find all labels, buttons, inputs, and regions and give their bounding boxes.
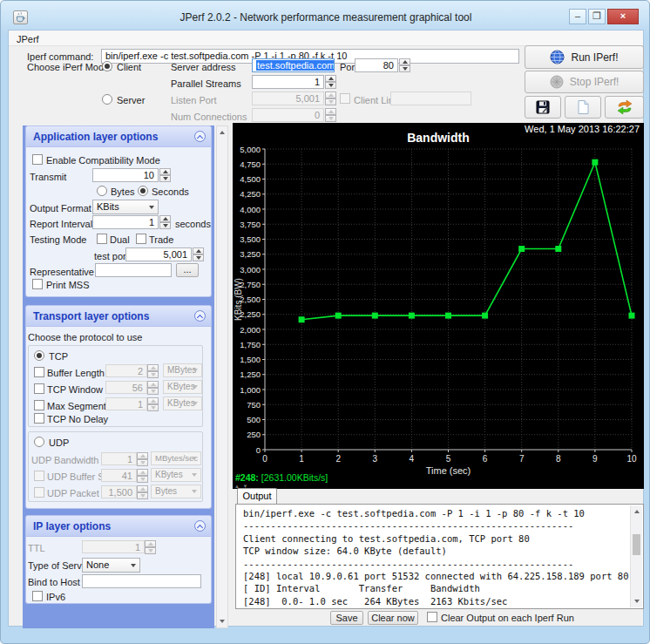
ipv6-label: IPv6: [46, 592, 65, 602]
output-scrollbar[interactable]: [630, 505, 642, 607]
tos-combo[interactable]: None: [82, 558, 140, 573]
spin-down-icon[interactable]: [399, 65, 410, 72]
report-interval-spinner[interactable]: [159, 215, 171, 229]
svg-text:KBits (BW): KBits (BW): [234, 278, 243, 321]
port-spinner[interactable]: [399, 58, 410, 72]
svg-text:Time (sec): Time (sec): [426, 465, 471, 476]
compat-mode-checkbox[interactable]: [32, 154, 43, 165]
spin-down-icon[interactable]: [193, 254, 204, 261]
svg-text:1,250: 1,250: [240, 369, 261, 379]
max-segment-size-spinner: [147, 397, 159, 411]
scroll-up-icon[interactable]: [631, 505, 642, 518]
dual-checkbox[interactable]: [97, 234, 107, 244]
output-text[interactable]: bin/iperf.exe -c test.softpedia.com -P 1…: [243, 507, 621, 607]
buffer-length-unit-combo: MBytes: [163, 363, 202, 377]
scroll-down-icon[interactable]: [631, 595, 642, 607]
bind-to-host-field[interactable]: [82, 574, 201, 588]
save-toolbar-button[interactable]: [525, 96, 561, 119]
representative-file-field[interactable]: [95, 263, 172, 277]
clear-output-label: Clear Output on each Iperf Run: [441, 613, 574, 623]
port-field[interactable]: 80: [355, 58, 398, 72]
output-line: TCP window size: 64.0 KByte (default): [243, 545, 621, 557]
parallel-streams-label: Parallel Streams: [171, 78, 241, 89]
test-port-spinner[interactable]: [193, 247, 204, 261]
spin-down-icon[interactable]: [159, 222, 171, 229]
server-mode-radio[interactable]: [102, 94, 112, 105]
bytes-radio[interactable]: [97, 186, 107, 196]
udp-radio[interactable]: [34, 437, 44, 447]
transport-layer-header: Transport layer options: [26, 306, 211, 327]
scroll-up-icon[interactable]: [217, 126, 227, 139]
spin-up-icon[interactable]: [159, 168, 171, 175]
tab-output[interactable]: Output: [237, 488, 277, 505]
scroll-down-icon[interactable]: [217, 615, 227, 627]
udp-buffer-size-checkbox: [34, 471, 44, 481]
tcp-label: TCP: [49, 351, 68, 362]
parallel-streams-spinner[interactable]: [325, 75, 336, 89]
parallel-streams-field[interactable]: 1: [252, 75, 324, 89]
max-segment-size-checkbox[interactable]: [34, 400, 44, 410]
udp-packet-size-spinner: [137, 485, 148, 499]
tcp-radio[interactable]: [34, 350, 44, 361]
maximize-button[interactable]: ❐: [588, 9, 606, 24]
run-iperf-button[interactable]: Run IPerf!: [525, 45, 644, 69]
collapse-panel-icon[interactable]: [194, 520, 206, 532]
udp-buffer-size-spinner: [137, 469, 148, 483]
seconds-label: Seconds: [152, 186, 189, 197]
spin-up-icon[interactable]: [159, 215, 171, 222]
svg-text:2: 2: [335, 454, 341, 464]
svg-text:4,250: 4,250: [240, 189, 261, 199]
print-mss-checkbox[interactable]: [32, 279, 43, 289]
trade-checkbox[interactable]: [136, 234, 146, 244]
svg-text:4: 4: [410, 454, 415, 464]
blank-document-icon: [576, 99, 590, 115]
iperf-command-label: Iperf command:: [27, 51, 93, 62]
svg-text:1,750: 1,750: [240, 340, 261, 349]
tcp-window-size-unit-combo: KBytes: [163, 380, 202, 394]
clear-output-checkbox[interactable]: [427, 612, 437, 622]
tcp-window-size-checkbox[interactable]: [34, 383, 44, 394]
run-iperf-label: Run IPerf!: [571, 51, 618, 64]
options-scrollbar[interactable]: [216, 125, 228, 628]
collapse-panel-icon[interactable]: [194, 131, 206, 142]
transmit-spinner[interactable]: [159, 168, 171, 182]
output-format-combo[interactable]: KBits: [92, 200, 159, 214]
save-button[interactable]: Save: [330, 611, 363, 625]
report-interval-field[interactable]: 1: [92, 215, 159, 229]
minimize-button[interactable]: –: [569, 9, 586, 24]
ipv6-checkbox[interactable]: [32, 591, 43, 601]
output-line: [ ID] Interval Transfer Bandwidth: [243, 582, 621, 594]
spin-up-icon[interactable]: [193, 247, 204, 254]
client-mode-radio[interactable]: [102, 61, 112, 71]
svg-text:2,000: 2,000: [240, 325, 261, 335]
collapse-panel-icon[interactable]: [194, 310, 206, 322]
spin-down-icon: [137, 492, 148, 499]
scrollbar-thumb[interactable]: [633, 534, 640, 555]
browse-button[interactable]: ...: [176, 263, 199, 277]
seconds-radio[interactable]: [138, 186, 148, 196]
transmit-field[interactable]: 10: [92, 168, 159, 182]
clear-now-button[interactable]: Clear now: [368, 611, 418, 625]
reload-toolbar-button[interactable]: [605, 96, 644, 119]
spin-down-icon[interactable]: [159, 175, 171, 182]
svg-text:3,500: 3,500: [240, 234, 261, 244]
test-port-field[interactable]: 5,001: [125, 247, 192, 261]
buffer-length-checkbox[interactable]: [34, 367, 44, 377]
svg-text:6: 6: [483, 454, 488, 464]
output-line: bin/iperf.exe -c test.softpedia.com -P 1…: [243, 507, 621, 519]
spin-up-icon[interactable]: [399, 58, 410, 65]
server-address-field[interactable]: test.softpedia.com: [252, 58, 335, 72]
svg-text:250: 250: [247, 430, 261, 439]
client-limit-checkbox: [340, 93, 350, 104]
spin-down-icon[interactable]: [325, 82, 336, 89]
spin-up-icon: [325, 92, 336, 98]
menu-jperf[interactable]: JPerf: [9, 32, 47, 44]
transport-layer-title: Transport layer options: [33, 310, 149, 322]
menu-bar: JPerf: [9, 31, 643, 46]
close-button[interactable]: ×: [607, 9, 639, 24]
trade-label: Trade: [149, 234, 173, 245]
spin-up-icon[interactable]: [325, 75, 336, 82]
clear-output-toolbar-button[interactable]: [565, 96, 601, 119]
buffer-length-field: 2: [105, 364, 147, 377]
tcp-no-delay-checkbox[interactable]: [34, 413, 44, 424]
